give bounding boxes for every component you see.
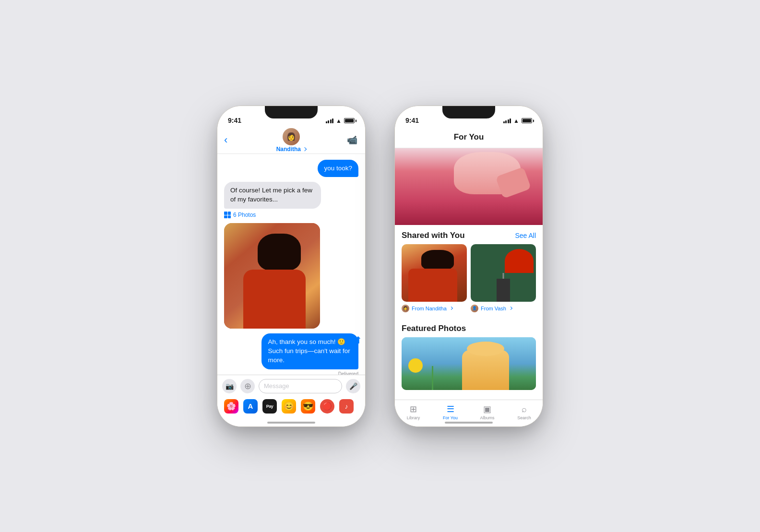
flowers bbox=[415, 358, 449, 390]
app-strip-photos[interactable]: 🌸 bbox=[224, 399, 238, 414]
photos-header: For You bbox=[395, 127, 543, 148]
from-vash-avatar: 👤 bbox=[471, 305, 478, 312]
message-input-area: 📷 ⊕ Message 🎤 🌸 A Pay 😊 😎 🔴 ♪ bbox=[217, 375, 365, 426]
featured-image-top[interactable] bbox=[395, 148, 543, 225]
status-icons-messages: ▲ bbox=[326, 118, 355, 124]
photos-screen: 9:41 ▲ For You bbox=[395, 106, 543, 426]
video-call-button[interactable]: 📹 bbox=[347, 135, 357, 145]
app-strip-memoji1[interactable]: 😊 bbox=[282, 399, 296, 414]
tab-for-you-label: For You bbox=[443, 415, 458, 420]
tab-search[interactable]: ⌕ Search bbox=[506, 404, 543, 420]
featured-photos-title: Featured Photos bbox=[402, 324, 466, 333]
shared-photo-nanditha-img bbox=[402, 244, 467, 302]
wifi-icon-messages: ▲ bbox=[336, 118, 342, 124]
albums-icon: ▣ bbox=[482, 404, 493, 414]
home-indicator-messages bbox=[267, 422, 315, 424]
input-row: 📷 ⊕ Message 🎤 bbox=[222, 379, 360, 393]
featured-child bbox=[462, 350, 509, 390]
from-nanditha-label[interactable]: 👩 From Nanditha bbox=[402, 305, 467, 312]
featured-photo-large[interactable] bbox=[402, 337, 536, 390]
from-nanditha-chevron-icon bbox=[450, 307, 453, 310]
signal-icon-messages bbox=[326, 118, 334, 123]
app-strip-animoji[interactable]: 🔴 bbox=[320, 399, 334, 414]
scene: 9:41 ▲ ‹ 👩 Nanditha bbox=[217, 106, 543, 427]
tab-albums[interactable]: ▣ Albums bbox=[469, 404, 506, 420]
camera-button[interactable]: 📷 bbox=[222, 379, 237, 393]
featured-person-image bbox=[395, 148, 543, 225]
status-icons-photos: ▲ bbox=[503, 118, 532, 124]
audio-button[interactable]: 🎤 bbox=[346, 379, 360, 393]
search-icon: ⌕ bbox=[519, 404, 530, 414]
photos-grid-icon bbox=[224, 212, 231, 218]
photo-bubble[interactable] bbox=[224, 223, 320, 329]
featured-photos-header: Featured Photos bbox=[395, 318, 543, 337]
messages-phone: 9:41 ▲ ‹ 👩 Nanditha bbox=[217, 106, 366, 427]
photo-content bbox=[224, 223, 320, 329]
shared-photo-nanditha[interactable]: 👩 From Nanditha bbox=[402, 244, 467, 312]
message-bubble-you-took: you took? bbox=[224, 160, 358, 177]
umbrella-red bbox=[505, 249, 534, 273]
person-legs bbox=[497, 279, 510, 302]
featured-arm bbox=[495, 166, 531, 198]
shared-photo-vash-img bbox=[471, 244, 536, 302]
photos-title: For You bbox=[454, 132, 484, 142]
battery-icon-photos bbox=[522, 118, 532, 123]
home-indicator-photos bbox=[445, 422, 493, 424]
status-time-messages: 9:41 bbox=[228, 117, 241, 124]
tab-library[interactable]: ⊞ Library bbox=[395, 404, 432, 420]
from-nanditha-avatar: 👩 bbox=[402, 305, 409, 312]
contact-avatar: 👩 bbox=[283, 128, 300, 145]
photos-phone: 9:41 ▲ For You bbox=[394, 106, 543, 427]
photo-bubble-wrapper: ⬆ bbox=[224, 223, 358, 329]
tab-search-label: Search bbox=[517, 415, 531, 420]
app-strip-appstore[interactable]: A bbox=[243, 399, 258, 414]
share-button[interactable]: ⬆ bbox=[354, 334, 362, 346]
battery-icon-messages bbox=[344, 118, 355, 123]
photos-indicator: 6 Photos bbox=[224, 212, 358, 218]
back-button[interactable]: ‹ bbox=[224, 134, 227, 146]
message-bubble-of-course: Of course! Let me pick a few of my favor… bbox=[224, 182, 358, 209]
notch-photos bbox=[442, 106, 495, 118]
notch bbox=[265, 106, 318, 118]
for-you-icon: ☰ bbox=[445, 404, 456, 414]
message-input-field[interactable]: Message bbox=[259, 379, 342, 393]
message-bubble-thank-you: Ah, thank you so much! 🙂 Such fun trips—… bbox=[224, 333, 358, 369]
tab-albums-label: Albums bbox=[480, 415, 494, 420]
messages-header: ‹ 👩 Nanditha 📹 bbox=[217, 127, 365, 154]
delivered-status: Delivered bbox=[224, 371, 358, 375]
bubble-you-took: you took? bbox=[318, 160, 358, 177]
signal-icon-photos bbox=[503, 118, 511, 123]
contact-chevron-icon bbox=[303, 147, 307, 151]
wifi-icon-photos: ▲ bbox=[513, 118, 519, 124]
contact-header[interactable]: 👩 Nanditha bbox=[276, 128, 307, 153]
bubble-of-course: Of course! Let me pick a few of my favor… bbox=[224, 182, 321, 209]
bubble-thank-you: Ah, thank you so much! 🙂 Such fun trips—… bbox=[261, 333, 358, 369]
library-icon: ⊞ bbox=[408, 404, 419, 414]
status-time-photos: 9:41 bbox=[405, 117, 419, 124]
app-strip: 🌸 A Pay 😊 😎 🔴 ♪ bbox=[222, 397, 360, 415]
contact-name: Nanditha bbox=[276, 146, 307, 153]
app-strip-memoji2[interactable]: 😎 bbox=[301, 399, 315, 414]
tab-library-label: Library bbox=[407, 415, 420, 420]
tab-for-you[interactable]: ☰ For You bbox=[432, 404, 469, 420]
shared-photos-row: 👩 From Nanditha bbox=[395, 244, 543, 312]
shared-with-you-title: Shared with You bbox=[402, 231, 465, 240]
photos-body: Shared with You See All 👩 From Nanditha bbox=[395, 148, 543, 400]
shared-photo-vash[interactable]: 👤 From Vash bbox=[471, 244, 536, 312]
shared-with-you-header: Shared with You See All bbox=[395, 225, 543, 244]
from-vash-chevron-icon bbox=[509, 307, 512, 310]
featured-photos-section: Featured Photos bbox=[395, 312, 543, 390]
messages-screen: 9:41 ▲ ‹ 👩 Nanditha bbox=[217, 106, 365, 426]
app-strip-music[interactable]: ♪ bbox=[339, 399, 354, 414]
app-strip-applepay[interactable]: Pay bbox=[262, 399, 277, 414]
apps-button[interactable]: ⊕ bbox=[240, 379, 255, 393]
messages-body: you took? Of course! Let me pick a few o… bbox=[217, 154, 365, 375]
from-vash-label[interactable]: 👤 From Vash bbox=[471, 305, 536, 312]
see-all-button[interactable]: See All bbox=[515, 232, 536, 239]
